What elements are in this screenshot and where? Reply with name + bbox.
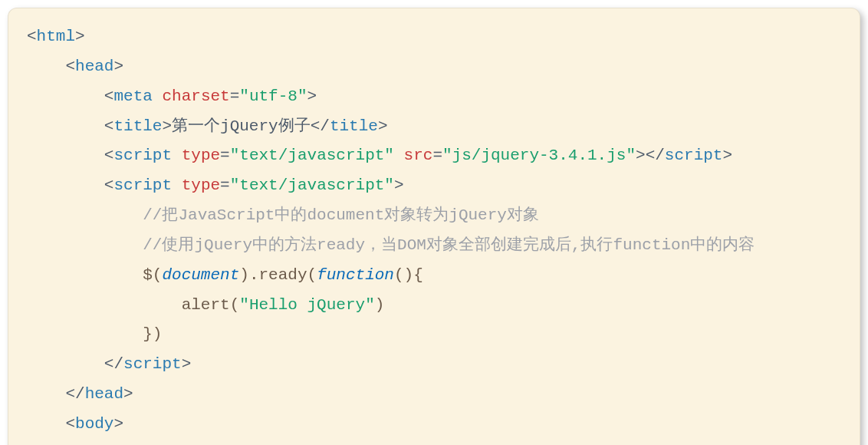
code-line-5: <script type="text/javascript" src="js/j… (27, 141, 841, 171)
code-line-2: <head> (27, 52, 841, 82)
code-line-7: //把JavaScript中的document对象转为jQuery对象 (27, 201, 841, 231)
method: ready (259, 266, 307, 284)
tag: script (665, 147, 723, 164)
tag: html (37, 28, 75, 45)
code-line-12: </script> (27, 350, 841, 380)
tag: script (123, 355, 182, 373)
tag: title (330, 117, 378, 135)
tag: body (75, 415, 113, 433)
attr-val: text/javascript (239, 176, 384, 194)
attr: charset (162, 87, 229, 105)
code-line-6: <script type="text/javascript"> (27, 171, 841, 201)
attr: src (404, 147, 433, 164)
tag: script (113, 147, 172, 164)
code-line-10: alert("Hello jQuery") (27, 291, 841, 321)
punct: > (307, 87, 317, 105)
punct: > (75, 28, 85, 45)
attr: type (182, 176, 220, 194)
code-line-3: <meta charset="utf-8"> (27, 82, 841, 112)
code-line-4: <title>第一个jQuery例子</title> (27, 112, 841, 142)
comment: //使用jQuery中的方法ready，当DOM对象全部创建完成后,执行func… (143, 236, 755, 254)
function-keyword: function (317, 266, 394, 284)
code-line-15: </body> (27, 440, 841, 445)
method: alert (182, 296, 230, 314)
punct: < (104, 87, 114, 105)
string: Hello jQuery (249, 296, 365, 314)
attr-val: utf-8 (249, 87, 298, 105)
document-ident: document (162, 266, 239, 284)
punct: < (104, 117, 114, 135)
punct: < (65, 58, 75, 75)
attr-val: js/jquery-3.4.1.js (452, 147, 626, 164)
punct: < (27, 28, 37, 45)
code-line-14: <body> (27, 410, 841, 440)
tag: title (113, 117, 162, 135)
comment: //把JavaScript中的document对象转为jQuery对象 (143, 206, 539, 224)
punct: }) (143, 325, 162, 343)
title-text: 第一个jQuery例子 (172, 117, 311, 135)
attr-val: text/javascript (239, 147, 384, 164)
code-line-13: </head> (27, 380, 841, 410)
attr: type (182, 147, 220, 164)
code-line-9: $(document).ready(function(){ (27, 261, 841, 291)
tag: head (75, 58, 113, 75)
code-line-8: //使用jQuery中的方法ready，当DOM对象全部创建完成后,执行func… (27, 231, 841, 261)
code-line-11: }) (27, 320, 841, 350)
tag: script (113, 176, 172, 194)
dollar: $( (143, 266, 162, 284)
tag: meta (113, 87, 152, 105)
code-block: <html> <head> <meta charset="utf-8"> <ti… (8, 8, 860, 445)
punct: > (113, 58, 123, 75)
code-line-1: <html> (27, 22, 841, 52)
tag: head (85, 385, 123, 403)
